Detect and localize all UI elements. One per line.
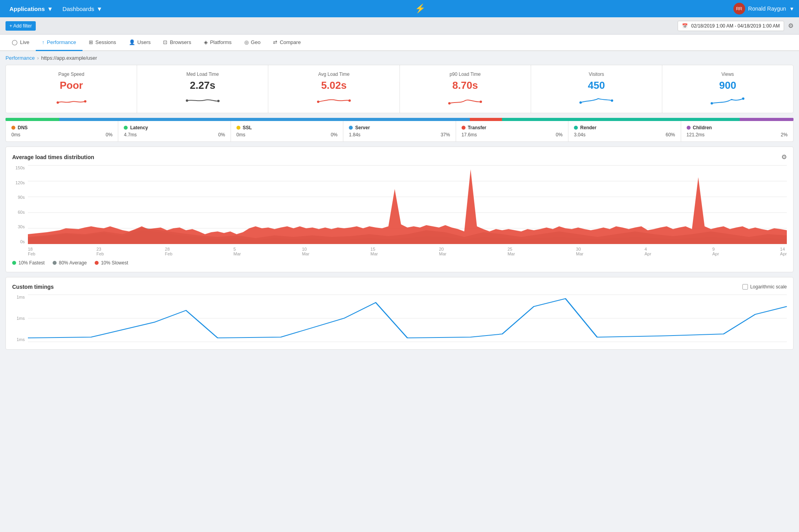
- tab-compare[interactable]: ⇄ Compare: [267, 35, 307, 51]
- stat-p90-load-label: p90 Load Time: [449, 72, 480, 77]
- transfer-dot: [462, 126, 465, 130]
- legend-average-label: 80% Average: [59, 260, 87, 266]
- stats-row: Page Speed Poor Med Load Time 2.27s Avg …: [5, 65, 794, 113]
- stat-avg-load-value: 5.02s: [321, 79, 346, 92]
- tab-live-label: Live: [20, 39, 29, 45]
- applications-menu[interactable]: Applications ▼: [5, 0, 58, 17]
- x-10mar: 10Mar: [302, 247, 310, 256]
- top-navigation: Applications ▼ Dashboards ▼ ⚡ RR Ronald …: [0, 0, 799, 17]
- platforms-icon: ◈: [204, 39, 208, 45]
- x-14apr: 14Apr: [780, 247, 787, 256]
- server-name: Server: [355, 125, 370, 130]
- tab-geo[interactable]: ◎ Geo: [238, 35, 267, 51]
- svg-point-10: [711, 102, 713, 105]
- dns-name: DNS: [18, 125, 27, 130]
- dns-percent: 0%: [106, 132, 112, 138]
- legend-average: 80% Average: [53, 260, 87, 266]
- stat-page-speed-sparkline: [54, 95, 89, 106]
- server-percent: 37%: [441, 132, 450, 138]
- legend-average-dot: [53, 261, 57, 265]
- x-28feb: 28Feb: [165, 247, 172, 256]
- breadcrumb-parent[interactable]: Performance: [5, 55, 35, 61]
- timing-children: Children 121.2ms 2%: [681, 121, 793, 141]
- x-25mar: 25Mar: [508, 247, 515, 256]
- custom-y-2: 1ms: [12, 316, 25, 321]
- svg-point-2: [186, 99, 188, 102]
- timing-render: Render 3.04s 60%: [568, 121, 681, 141]
- date-range-picker[interactable]: 📅 02/18/2019 1:00 AM - 04/18/2019 1:00 A…: [678, 21, 784, 31]
- y-90: 90s: [12, 195, 25, 200]
- svg-point-9: [611, 99, 613, 102]
- user-menu[interactable]: RR Ronald Raygun ▼: [733, 3, 794, 15]
- stat-views-label: Views: [722, 72, 734, 77]
- children-dot: [687, 126, 691, 130]
- ssl-value: 0ms: [236, 132, 246, 138]
- timing-latency: Latency 4.7ms 0%: [118, 121, 231, 141]
- svg-point-7: [480, 101, 482, 103]
- date-range-value: 02/18/2019 1:00 AM - 04/18/2019 1:00 AM: [691, 23, 780, 29]
- breadcrumb-current: https://app.example/user: [41, 55, 97, 61]
- timing-ssl: SSL 0ms 0%: [231, 121, 343, 141]
- legend-fastest: 10% Fastest: [12, 260, 45, 266]
- x-23feb: 23Feb: [96, 247, 104, 256]
- server-value: 1.84s: [349, 132, 360, 138]
- chart-svg: [28, 165, 787, 244]
- y-30: 30s: [12, 224, 25, 229]
- log-scale-label: Logarithmic scale: [750, 284, 787, 290]
- compare-icon: ⇄: [273, 39, 277, 45]
- timing-dns: DNS 0ms 0%: [6, 121, 118, 141]
- legend-fastest-dot: [12, 261, 16, 265]
- performance-icon: ↑: [42, 39, 45, 45]
- svg-point-6: [448, 102, 451, 105]
- tab-live[interactable]: ◯ Live: [5, 35, 36, 51]
- stat-avg-load: Avg Load Time 5.02s: [268, 65, 400, 113]
- tab-performance-label: Performance: [47, 39, 76, 45]
- x-axis: 18Feb 23Feb 28Feb 5Mar 10Mar 15Mar 20Mar…: [28, 247, 787, 256]
- tab-platforms-label: Platforms: [210, 39, 232, 45]
- stat-p90-load: p90 Load Time 8.70s: [400, 65, 531, 113]
- tab-performance[interactable]: ↑ Performance: [36, 35, 82, 51]
- stat-visitors: Visitors 450: [531, 65, 662, 113]
- stat-views: Views 900: [662, 65, 793, 113]
- settings-icon[interactable]: ⚙: [788, 22, 794, 29]
- dns-dot: [11, 126, 15, 130]
- tab-browsers-label: Browsers: [170, 39, 191, 45]
- log-scale-toggle[interactable]: Logarithmic scale: [742, 284, 787, 290]
- browsers-icon: ⊡: [163, 39, 167, 45]
- y-150: 150s: [12, 165, 25, 170]
- custom-timings-title: Custom timings: [12, 284, 54, 290]
- chart-settings-icon[interactable]: ⚙: [781, 153, 787, 161]
- segment-latency: [5, 118, 59, 121]
- tab-geo-label: Geo: [251, 39, 261, 45]
- stat-visitors-label: Visitors: [589, 72, 604, 77]
- transfer-value: 17.6ms: [462, 132, 477, 138]
- tab-browsers[interactable]: ⊡ Browsers: [157, 35, 197, 51]
- user-name: Ronald Raygun: [748, 6, 786, 12]
- svg-point-8: [579, 101, 582, 104]
- custom-chart-container: 1ms 1ms 1ms: [12, 295, 787, 343]
- timing-server: Server 1.84s 37%: [343, 121, 456, 141]
- y-axis: 150s 120s 90s 60s 30s 0s: [12, 165, 28, 244]
- latency-dot: [124, 126, 128, 130]
- tab-sessions[interactable]: ⊞ Sessions: [82, 35, 123, 51]
- segment-render: [502, 118, 740, 121]
- stat-med-load-label: Med Load Time: [186, 72, 219, 77]
- timing-transfer: Transfer 17.6ms 0%: [456, 121, 568, 141]
- tab-platforms[interactable]: ◈ Platforms: [198, 35, 238, 51]
- custom-timings-header: Custom timings Logarithmic scale: [12, 284, 787, 290]
- dashboards-menu[interactable]: Dashboards ▼: [58, 0, 107, 17]
- legend-slowest: 10% Slowest: [95, 260, 128, 266]
- transfer-name: Transfer: [468, 125, 486, 130]
- stat-avg-load-sparkline: [316, 95, 352, 106]
- add-filter-button[interactable]: + Add filter: [5, 21, 36, 31]
- tab-bar: ◯ Live ↑ Performance ⊞ Sessions 👤 Users …: [0, 35, 799, 51]
- user-arrow: ▼: [789, 6, 794, 12]
- log-scale-checkbox[interactable]: [742, 284, 748, 290]
- legend-fastest-label: 10% Fastest: [18, 260, 45, 266]
- ssl-percent: 0%: [331, 132, 337, 138]
- stat-page-speed: Page Speed Poor: [6, 65, 137, 113]
- x-30mar: 30Mar: [576, 247, 583, 256]
- custom-y-axis: 1ms 1ms 1ms: [12, 295, 28, 342]
- tab-users[interactable]: 👤 Users: [123, 35, 157, 51]
- calendar-icon: 📅: [682, 23, 688, 29]
